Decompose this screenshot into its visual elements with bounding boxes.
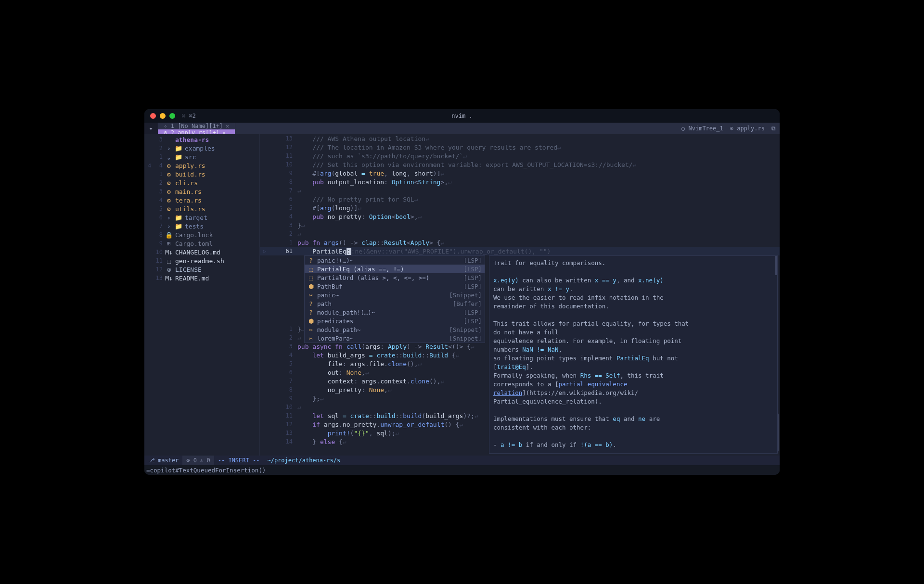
file-icon: 🔒 <box>166 231 172 239</box>
error-count: ⊗ 0 <box>186 457 197 464</box>
maximize-icon[interactable] <box>169 113 175 119</box>
file-icon: ⚙ <box>166 171 172 178</box>
kind-icon: ⬚ <box>308 274 314 281</box>
completion-item[interactable]: ?path[Buffer] <box>305 299 485 308</box>
tree-file[interactable]: 12 🄯LICENSE <box>144 265 259 274</box>
tree-folder[interactable]: 6 ›📁target <box>144 213 259 222</box>
kind-icon: ? <box>308 309 314 316</box>
kind-icon: ? <box>308 300 314 307</box>
completion-item[interactable]: ⬚PartialOrd (alias >, <, <=, >=)[LSP] <box>305 273 485 282</box>
code-line[interactable]: 1pub fn args() -> clap::Result<Apply> {↵ <box>260 238 780 247</box>
doc-line: remainder of this documentation. <box>493 302 773 311</box>
tree-file[interactable]: 3 ⚙main.rs <box>144 187 259 196</box>
completion-label: PartialEq (alias ==, !=) <box>317 266 404 273</box>
tree-file[interactable]: 2 ⚙cli.rs <box>144 178 259 187</box>
completion-item[interactable]: ?panic!(…)~[LSP] <box>305 256 485 265</box>
tree-file[interactable]: 3athena-rs <box>144 135 259 144</box>
chevron-icon: › <box>166 214 172 221</box>
code-line[interactable]: 9 #[arg(global = true, long, short)]↵ <box>260 169 780 178</box>
completion-label: path <box>317 300 332 307</box>
tree-item-label: README.md <box>175 275 209 282</box>
tree-file[interactable]: 11 ⬚gen-readme.sh <box>144 256 259 265</box>
file-icon: ⚙ <box>166 162 172 169</box>
completion-source: [LSP] <box>463 274 482 281</box>
completion-source: [LSP] <box>463 317 482 325</box>
completion-source: [Snippet] <box>449 326 482 333</box>
tree-file[interactable]: 13 M↓README.md <box>144 274 259 282</box>
buffer-indicator[interactable]: ○ NvimTree_1 <box>681 125 723 132</box>
tree-file[interactable]: 1 ⚙build.rs <box>144 170 259 178</box>
tree-item-label: build.rs <box>175 171 205 178</box>
code-line[interactable]: 11 /// such as `s3://path/to/query/bucke… <box>260 152 780 160</box>
tree-file[interactable]: 9 ⊞Cargo.toml <box>144 239 259 248</box>
tree-file[interactable]: 10 M↓CHANGELOG.md <box>144 248 259 256</box>
tab-inactive[interactable]: ✧ 1 [No Name][1+]✕ <box>158 123 235 129</box>
tree-item-label: apply.rs <box>175 162 205 169</box>
tree-item-label: target <box>185 214 207 221</box>
doc-line: [trait@Eq]. <box>493 363 773 371</box>
file-tree[interactable]: 3athena-rs2 ›📁examples1 ⌄📁src44 ⚙apply.r… <box>144 134 260 456</box>
titlebar-shell-info: ⌘ ⌘2 <box>182 113 196 119</box>
completion-label: panic!(…)~ <box>317 257 353 264</box>
completion-popup[interactable]: ?panic!(…)~[LSP]⬚PartialEq (alias ==, !=… <box>304 255 485 343</box>
completion-label: PartialOrd (alias >, <, <=, >=) <box>317 274 429 281</box>
titlebar: ⌘ ⌘2 nvim . <box>144 109 780 123</box>
file-path: ~/project/athena-rs/s <box>263 456 344 465</box>
traffic-lights <box>150 113 175 119</box>
statusline: ⎇ master ⊗ 0 ⚠ 0 -- INSERT -- ~/project/… <box>144 456 780 465</box>
tree-item-label: examples <box>185 145 215 152</box>
completion-item[interactable]: ?module_path!(…)~[LSP] <box>305 308 485 317</box>
completion-item[interactable]: ⬚PartialEq (alias ==, !=)[LSP] <box>305 265 485 273</box>
doc-line: can be written x != y. <box>493 285 773 293</box>
code-line[interactable]: 12 /// The location in Amazon S3 where y… <box>260 143 780 152</box>
doc-line: consistent with each other: <box>493 423 773 432</box>
code-line[interactable]: 7↵ <box>260 186 780 195</box>
doc-line <box>493 311 773 319</box>
code-line[interactable]: 13 /// AWS Athena output location↵ <box>260 134 780 143</box>
file-icon: ⚙ <box>166 179 172 187</box>
tree-folder[interactable]: 2 ›📁examples <box>144 144 259 152</box>
doc-line: Formally speaking, when Rhs == Self, thi… <box>493 371 773 380</box>
tree-file[interactable]: 44 ⚙apply.rs <box>144 161 259 170</box>
completion-source: [LSP] <box>463 266 482 273</box>
doc-float[interactable]: Trait for equality comparisons. x.eq(y) … <box>489 255 778 454</box>
completion-item[interactable]: ✂module_path~[Snippet] <box>305 325 485 334</box>
doc-line: so floating point types implement Partia… <box>493 354 773 363</box>
code-line[interactable]: 6 /// No pretty print for SQL↵ <box>260 195 780 203</box>
tree-file[interactable]: 5 ⚙utils.rs <box>144 204 259 213</box>
code-line[interactable]: 10 /// Set this option via environment v… <box>260 160 780 169</box>
window-title: nvim . <box>451 113 472 119</box>
editor[interactable]: 13 /// AWS Athena output location↵12 ///… <box>260 134 780 456</box>
tree-folder[interactable]: 1 ⌄📁src <box>144 152 259 161</box>
code-line[interactable]: 8 pub output_location: Option<String>,↵ <box>260 178 780 186</box>
code-line[interactable]: 3}↵ <box>260 221 780 229</box>
chevron-icon: ⌄ <box>166 153 172 161</box>
terminal-window: ⌘ ⌘2 nvim . ✦ ✧ 1 [No Name][1+]✕⊙ 2 appl… <box>144 109 780 475</box>
close-icon[interactable] <box>150 113 156 119</box>
doc-line <box>493 267 773 276</box>
buffer-indicator[interactable]: ⊙ apply.rs <box>730 125 765 132</box>
file-icon: ⚙ <box>166 197 172 204</box>
code-line[interactable]: 4 pub no_pretty: Option<bool>,↵ <box>260 212 780 221</box>
kind-icon: ? <box>308 257 314 264</box>
tree-item-label: LICENSE <box>175 266 202 273</box>
branch-icon: ⎇ <box>148 457 155 464</box>
minimize-icon[interactable] <box>160 113 166 119</box>
tree-file[interactable]: 8 🔒Cargo.lock <box>144 230 259 239</box>
completion-source: [LSP] <box>463 309 482 316</box>
diagnostics: ⊗ 0 ⚠ 0 <box>182 456 214 465</box>
close-icon[interactable]: ✕ <box>226 123 229 129</box>
tree-folder[interactable]: 7 ›📁tests <box>144 222 259 230</box>
completion-item[interactable]: ✂panic~[Snippet] <box>305 291 485 299</box>
completion-item[interactable]: ✂loremPara~[Snippet] <box>305 334 485 343</box>
completion-item[interactable]: ⬢PathBuf[LSP] <box>305 282 485 291</box>
code-line[interactable]: 2↵ <box>260 229 780 238</box>
code-line[interactable]: ▷61 PartialEq::ne(&env::var("AWS_PROFILE… <box>260 247 780 255</box>
completion-item[interactable]: ⬢predicates[LSP] <box>305 317 485 325</box>
tree-file[interactable]: 4 ⚙tera.rs <box>144 196 259 204</box>
doc-scrollbar[interactable] <box>775 256 777 275</box>
file-icon: 🄯 <box>166 266 172 273</box>
doc-line: corresponds to a [partial equivalence <box>493 380 773 389</box>
doc-line: Implementations must ensure that eq and … <box>493 415 773 423</box>
code-line[interactable]: 5 #[arg(long)]↵ <box>260 203 780 212</box>
